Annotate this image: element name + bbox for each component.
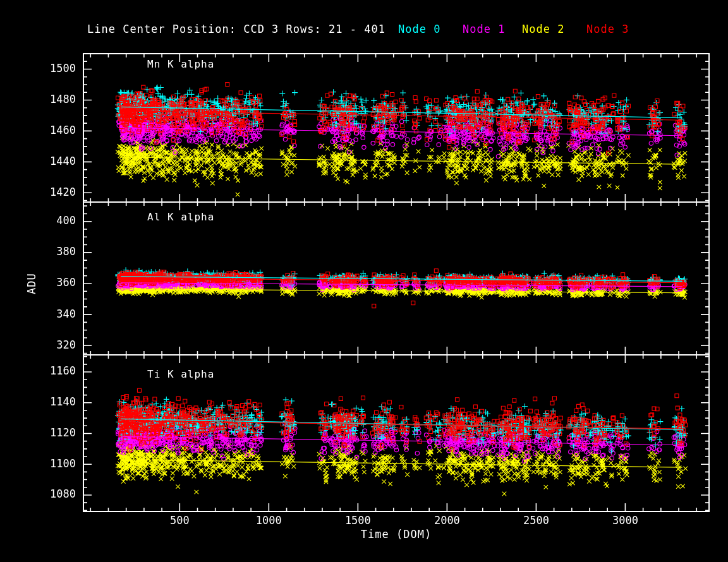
x-axis-label: Time (DOM) bbox=[83, 528, 709, 541]
panel-title-mn-k-alpha: Mn K alpha bbox=[147, 58, 214, 70]
panel-title-ti-k-alpha: Ti K alpha bbox=[147, 368, 214, 380]
y-axis-label: ADU bbox=[25, 273, 38, 294]
legend-node-2: Node 2 bbox=[522, 23, 564, 35]
legend-node-3: Node 3 bbox=[586, 23, 629, 35]
plot-title: Line Center Position: CCD 3 Rows: 21 - 4… bbox=[87, 23, 385, 35]
legend-node-1: Node 1 bbox=[463, 23, 505, 35]
panel-title-al-k-alpha: Al K alpha bbox=[147, 211, 214, 223]
plot-canvas bbox=[0, 0, 728, 562]
legend-node-0: Node 0 bbox=[398, 23, 440, 35]
plot-window: Line Center Position: CCD 3 Rows: 21 - 4… bbox=[0, 0, 728, 562]
